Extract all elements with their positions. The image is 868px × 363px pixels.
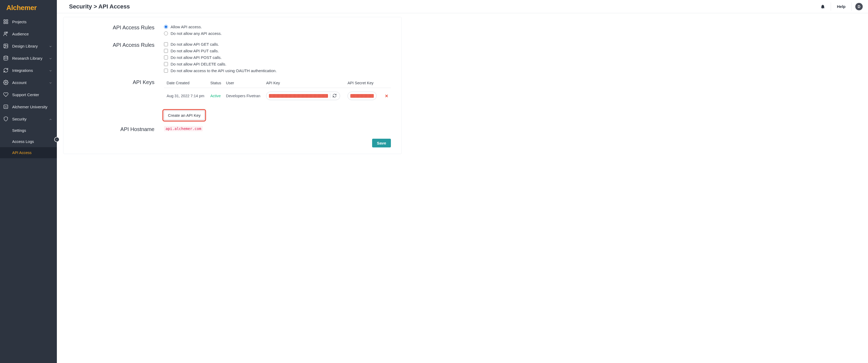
chevron-down-icon <box>49 81 52 84</box>
sidebar-item-support-center[interactable]: Support Center <box>0 89 57 101</box>
section-label-api-keys: API Keys <box>74 79 164 85</box>
sidebar-item-label: Access Logs <box>12 139 34 144</box>
chevron-up-icon <box>49 117 52 121</box>
radio-allow-api-input[interactable] <box>164 25 168 29</box>
check-no-oauth[interactable]: Do not allow access to the API using OAU… <box>164 68 391 73</box>
check-no-delete[interactable]: Do not allow API DELETE calls. <box>164 62 391 66</box>
user-avatar[interactable]: D <box>855 3 863 10</box>
database-icon <box>3 56 8 61</box>
svg-point-9 <box>5 82 7 83</box>
radio-allow-api[interactable]: Allow API access. <box>164 25 391 29</box>
cell-status: Active <box>209 88 224 104</box>
refresh-icon <box>3 68 8 73</box>
sidebar-item-alchemer-university[interactable]: Au Alchemer University <box>0 101 57 113</box>
sidebar-sub-api-access[interactable]: API Access <box>0 147 57 158</box>
svg-point-7 <box>5 45 5 46</box>
sidebar-item-label: Support Center <box>12 93 39 97</box>
au-badge-icon: Au <box>3 104 8 109</box>
grid-icon <box>3 19 8 24</box>
col-status: Status <box>209 79 224 88</box>
sidebar-item-label: Integrations <box>12 68 33 73</box>
section-label-access-rules-2: API Access Rules <box>74 42 164 48</box>
users-icon <box>3 31 8 36</box>
cell-date: Aug 31, 2022 7:14 pm <box>164 88 209 104</box>
svg-point-4 <box>4 32 6 34</box>
check-label: Do not allow API GET calls. <box>170 42 219 46</box>
sidebar-sub-access-logs[interactable]: Access Logs <box>0 136 57 147</box>
svg-rect-0 <box>4 20 5 22</box>
svg-point-8 <box>4 56 8 57</box>
breadcrumb: Security > API Access <box>69 3 130 10</box>
svg-text:Au: Au <box>4 106 7 108</box>
sidebar-item-label: Research Library <box>12 56 42 61</box>
radio-deny-api[interactable]: Do not allow any API access. <box>164 31 391 36</box>
save-button[interactable]: Save <box>372 139 391 147</box>
svg-rect-1 <box>6 20 8 22</box>
section-label-hostname: API Hostname <box>74 126 164 132</box>
chevron-down-icon <box>49 44 52 47</box>
svg-rect-3 <box>6 22 8 24</box>
brand-logo: Alchemer <box>0 0 57 15</box>
delete-key-icon[interactable]: ✕ <box>385 94 388 98</box>
check-no-put[interactable]: Do not allow API PUT calls. <box>164 48 391 53</box>
col-api-key: API Key <box>265 79 346 88</box>
check-label: Do not allow API DELETE calls. <box>170 62 226 66</box>
regenerate-key-icon[interactable] <box>330 94 337 98</box>
api-hostname-value: api.alchemer.com <box>164 126 203 131</box>
image-icon <box>3 43 8 48</box>
sidebar-sub-settings[interactable]: Settings <box>0 125 57 136</box>
sidebar: Alchemer Projects Audience Design Librar… <box>0 0 57 363</box>
check-label: Do not allow API PUT calls. <box>170 48 219 53</box>
sidebar-item-label: Audience <box>12 32 29 36</box>
col-user: User <box>224 79 265 88</box>
sidebar-item-label: Security <box>12 117 26 121</box>
api-secret-field[interactable] <box>347 92 377 100</box>
api-keys-table: Date Created Status User API Key API Sec… <box>164 79 391 104</box>
sidebar-item-label: Settings <box>12 128 26 133</box>
svg-point-5 <box>6 32 8 33</box>
sidebar-item-account[interactable]: Account <box>0 76 57 89</box>
create-api-key-button[interactable]: Create an API Key <box>164 111 205 120</box>
section-label-access-rules: API Access Rules <box>74 25 164 31</box>
topbar: Security > API Access Help D <box>57 0 868 13</box>
col-date-created: Date Created <box>164 79 209 88</box>
check-label: Do not allow API POST calls. <box>170 55 222 60</box>
shield-icon <box>3 116 8 122</box>
settings-panel: API Access Rules Allow API access. Do no… <box>63 17 402 154</box>
sidebar-item-audience[interactable]: Audience <box>0 28 57 40</box>
radio-deny-api-input[interactable] <box>164 31 168 35</box>
sidebar-item-projects[interactable]: Projects <box>0 15 57 28</box>
help-link[interactable]: Help <box>831 2 851 11</box>
sidebar-item-design-library[interactable]: Design Library <box>0 40 57 52</box>
check-label: Do not allow access to the API using OAU… <box>170 68 277 73</box>
check-no-oauth-input[interactable] <box>164 69 168 73</box>
table-row: Aug 31, 2022 7:14 pm Active Developers F… <box>164 88 391 104</box>
check-no-put-input[interactable] <box>164 49 168 53</box>
sidebar-item-label: API Access <box>12 151 31 155</box>
redacted-secret-value <box>350 94 374 98</box>
check-no-delete-input[interactable] <box>164 62 168 66</box>
sidebar-item-integrations[interactable]: Integrations <box>0 64 57 76</box>
check-no-get[interactable]: Do not allow API GET calls. <box>164 42 391 46</box>
chevron-down-icon <box>49 57 52 60</box>
radio-label: Do not allow any API access. <box>170 31 222 36</box>
gear-icon <box>3 80 8 85</box>
chevron-down-icon <box>49 69 52 72</box>
check-no-get-input[interactable] <box>164 42 168 46</box>
cell-user: Developers Fivetran <box>224 88 265 104</box>
radio-label: Allow API access. <box>170 25 202 29</box>
sidebar-item-label: Projects <box>12 20 26 24</box>
sidebar-item-security[interactable]: Security <box>0 113 57 125</box>
sidebar-item-label: Account <box>12 80 26 85</box>
api-key-field[interactable] <box>266 92 340 100</box>
svg-rect-2 <box>4 22 5 24</box>
check-no-post-input[interactable] <box>164 56 168 60</box>
sidebar-item-label: Design Library <box>12 44 38 48</box>
heart-icon <box>3 92 8 97</box>
notifications-bell-icon[interactable] <box>820 4 826 9</box>
check-no-post[interactable]: Do not allow API POST calls. <box>164 55 391 60</box>
sidebar-item-research-library[interactable]: Research Library <box>0 52 57 64</box>
sidebar-collapse-button[interactable] <box>54 137 60 142</box>
col-api-secret: API Secret Key <box>346 79 380 88</box>
sidebar-item-label: Alchemer University <box>12 105 47 109</box>
